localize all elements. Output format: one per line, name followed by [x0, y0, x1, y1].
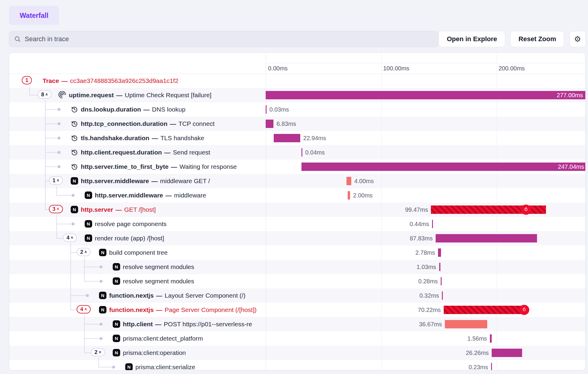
span-name-cell: Nresolve page components	[9, 217, 265, 231]
child-count: 8	[41, 92, 44, 98]
dash-separator: —	[163, 192, 174, 199]
duration-bar[interactable]	[348, 191, 350, 200]
duration-label: 4.00ms	[354, 174, 374, 188]
span-op-name: http.tcp_connection.duration	[81, 120, 167, 127]
trace-row[interactable]: 1Trace—cc3ae3748883563a926c253d9aa1c1f2	[9, 74, 585, 88]
trace-row[interactable]: Nprisma:client:detect_platform1.56ms	[9, 331, 585, 346]
dash-separator: —	[59, 77, 70, 84]
dash-separator: —	[149, 135, 160, 141]
span-name-cell: http.client.request.duration—Send reques…	[9, 145, 265, 160]
duration-bar[interactable]	[346, 177, 351, 185]
duration-label: 2.00ms	[353, 188, 373, 203]
duration-bar[interactable]	[441, 277, 442, 285]
span-description: POST https://p01--serverless-re	[164, 321, 252, 327]
span-op-name: resolve page components	[95, 220, 167, 227]
trace-row[interactable]: Nresolve segment modules0.28ms	[9, 274, 585, 288]
span-name-cell: Nhttp.client—POST https://p01--serverles…	[9, 317, 265, 331]
dash-separator: —	[149, 177, 160, 184]
trace-row[interactable]: http.server.time_to_first_byte—Waiting f…	[9, 160, 585, 174]
chevron-up-icon: ∧	[57, 178, 59, 182]
trace-row[interactable]: 2∧Nbuild component tree2.78ms	[9, 245, 585, 260]
collapse-pill[interactable]: 4∧	[77, 305, 91, 313]
duration-bar[interactable]: 247.04ms	[301, 163, 586, 171]
trace-row[interactable]: Nresolve page components0.44ms	[9, 217, 585, 231]
open-in-explore-button[interactable]: Open in Explore	[439, 31, 505, 47]
collapse-pill[interactable]: 1	[22, 76, 32, 84]
collapse-pill[interactable]: 8∧	[38, 90, 52, 99]
span-name-cell: Nprisma:client:detect_platform	[9, 331, 265, 346]
chevron-up-icon: ∧	[71, 235, 73, 239]
trace-waterfall-panel: 0.00ms 100.00ms 200.00ms 1Trace—cc3ae374…	[9, 52, 586, 370]
duration-bar[interactable]	[439, 263, 440, 271]
trace-row[interactable]: 8∧uptime.request—Uptime Check Request [f…	[9, 88, 585, 102]
reset-zoom-button[interactable]: Reset Zoom	[510, 31, 564, 47]
span-title: prisma:client:detect_platform	[123, 331, 203, 346]
trace-row[interactable]: dns.lookup.duration—DNS lookup0.03ms	[9, 102, 585, 117]
trace-row[interactable]: Nhttp.server.middleware—middleware2.00ms	[9, 188, 585, 203]
trace-row[interactable]: 3∧Nhttp.server—GET /[host]99.47ms	[9, 203, 585, 217]
collapse-pill[interactable]: 1∧	[49, 176, 63, 185]
duration-bar[interactable]	[442, 291, 443, 300]
span-op-name: resolve segment modules	[123, 278, 194, 285]
search-bar[interactable]	[9, 31, 438, 47]
collapse-pill[interactable]: 2∧	[91, 348, 105, 356]
span-title: http.tcp_connection.duration—TCP connect	[81, 117, 215, 131]
trace-row[interactable]: 4∧Nfunction.nextjs—Page Server Component…	[9, 303, 585, 317]
duration-bar[interactable]	[301, 148, 302, 157]
duration-label: 0.28ms	[418, 274, 438, 288]
trace-row[interactable]: Nhttp.client—POST https://p01--serverles…	[9, 317, 585, 331]
duration-bar[interactable]	[492, 349, 522, 357]
span-title: resolve segment modules	[123, 274, 194, 288]
span-op-name: http.client.request.duration	[81, 149, 162, 156]
duration-bar[interactable]	[445, 320, 487, 328]
span-title: Trace—cc3ae3748883563a926c253d9aa1c1f2	[43, 74, 178, 88]
duration-label: 2.78ms	[415, 245, 435, 260]
span-title: resolve segment modules	[123, 260, 194, 274]
span-description: TLS handshake	[160, 135, 204, 141]
span-description: middleware	[174, 192, 206, 199]
trace-row[interactable]: http.client.request.duration—Send reques…	[9, 145, 585, 160]
child-count: 1	[25, 77, 28, 84]
trace-row[interactable]: Nprisma:client:serialize0.23ms	[9, 360, 585, 370]
dash-separator: —	[113, 206, 124, 213]
span-title: dns.lookup.duration—DNS lookup	[81, 102, 185, 117]
duration-bar[interactable]	[490, 334, 492, 343]
tab-waterfall[interactable]: Waterfall	[9, 6, 59, 25]
duration-label: 0.04ms	[305, 145, 325, 160]
trace-row[interactable]: 1∧Nhttp.server.middleware—middleware GET…	[9, 174, 585, 188]
duration-bar[interactable]	[266, 120, 273, 128]
duration-bar[interactable]	[438, 248, 441, 257]
collapse-pill[interactable]: 4∧	[63, 234, 77, 242]
trace-row[interactable]: Nfunction.nextjs—Layout Server Component…	[9, 288, 585, 303]
span-name-cell: 8∧uptime.request—Uptime Check Request [f…	[9, 88, 265, 102]
duration-label: 277.00ms	[266, 91, 586, 99]
duration-bar[interactable]	[432, 220, 433, 228]
duration-bar[interactable]	[274, 134, 300, 142]
trace-row[interactable]: 2∧Nprisma:client:operation26.26ms	[9, 346, 585, 360]
trace-row[interactable]: tls.handshake.duration—TLS handshake22.9…	[9, 131, 585, 145]
collapse-pill[interactable]: 2∧	[77, 248, 91, 256]
span-name-cell: 1∧Nhttp.server.middleware—middleware GET…	[9, 174, 265, 188]
chevron-up-icon: ∧	[99, 350, 101, 354]
span-title: http.client.request.duration—Send reques…	[81, 145, 210, 160]
span-op-name: build component tree	[109, 249, 168, 256]
child-count: 4	[80, 306, 83, 313]
duration-bar[interactable]	[266, 105, 267, 114]
span-op-name: http.server	[81, 206, 113, 213]
nextjs-icon: N	[99, 306, 106, 313]
search-input[interactable]	[24, 35, 433, 43]
duration-bar[interactable]	[444, 306, 525, 314]
span-op-name: function.nextjs	[109, 292, 154, 299]
duration-label: 22.94ms	[303, 131, 326, 145]
trace-row[interactable]: Nresolve segment modules1.03ms	[9, 260, 585, 274]
nextjs-icon: N	[85, 234, 92, 242]
duration-label: 99.47ms	[405, 203, 428, 217]
duration-bar[interactable]	[491, 363, 492, 370]
duration-bar[interactable]: 277.00ms	[266, 91, 586, 99]
duration-bar[interactable]	[436, 234, 537, 242]
trace-row[interactable]: http.tcp_connection.duration—TCP connect…	[9, 117, 585, 131]
collapse-pill[interactable]: 3∧	[49, 205, 63, 213]
settings-button[interactable]: ⚙	[570, 31, 586, 47]
trace-row[interactable]: 4∧Nrender route (app) /[host]87.83ms	[9, 231, 585, 245]
span-name-cell: 4∧Nrender route (app) /[host]	[9, 231, 265, 245]
